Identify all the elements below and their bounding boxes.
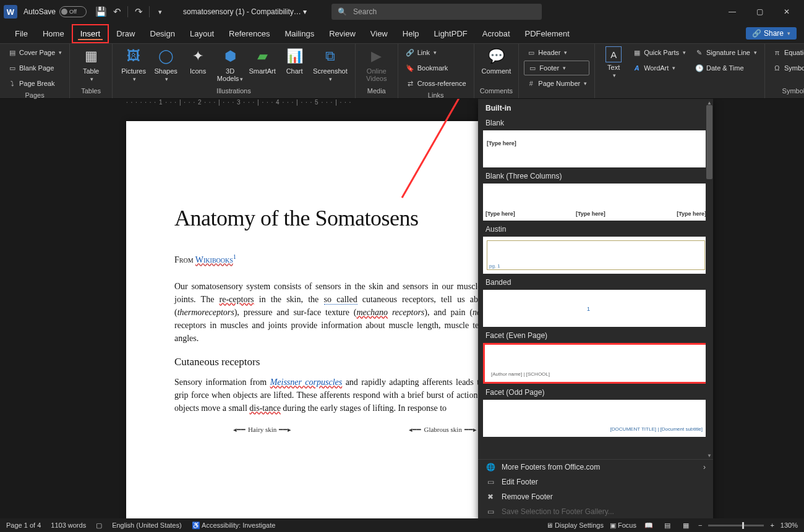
wikibooks-link[interactable]: Wikibooks [195, 255, 233, 264]
tab-lightpdf[interactable]: LightPDF [427, 25, 475, 42]
qat-more-icon[interactable]: ▾ [152, 4, 168, 20]
print-layout-icon[interactable]: ▤ [661, 521, 674, 530]
tab-references[interactable]: References [221, 25, 277, 42]
text-box-button[interactable]: AText▾ [600, 45, 627, 80]
cover-page-button[interactable]: ▤Cover Page▾ [5, 45, 64, 60]
group-comments: 💬Comment Comments [474, 44, 520, 98]
tab-review[interactable]: Review [322, 25, 363, 42]
globe-icon: 🌐 [485, 463, 495, 471]
footer-option-facet-even[interactable]: [Author name] | [SCHOOL] [483, 343, 709, 384]
share-button[interactable]: 🔗 Share ▾ [746, 27, 797, 40]
autosave-toggle[interactable]: Off [59, 6, 87, 17]
zoom-level[interactable]: 130% [780, 521, 798, 529]
edit-icon: ▭ [485, 478, 495, 486]
comment-icon: 💬 [488, 46, 505, 66]
status-spellcheck-icon[interactable]: ▢ [96, 521, 102, 530]
save-footer-button: ▭Save Selection to Footer Gallery... [478, 504, 713, 518]
remove-footer-button[interactable]: ✖Remove Footer [478, 489, 713, 504]
gallery-item-label: Banded [483, 275, 709, 290]
undo-icon[interactable]: ↶ [109, 4, 125, 20]
signature-line-button[interactable]: ✎Signature Line▾ [692, 45, 759, 60]
group-header-footer: ▭Header▾ ▭Footer▾ #Page Number▾ [519, 44, 594, 98]
video-icon: ▶ [371, 46, 382, 66]
title-bar: W AutoSave Off 💾 ↶ ↷ ▾ somatosensory (1)… [0, 0, 804, 23]
tab-home[interactable]: Home [35, 25, 72, 42]
tab-draw[interactable]: Draw [109, 25, 142, 42]
tab-design[interactable]: Design [143, 25, 182, 42]
zoom-in-button[interactable]: + [770, 521, 774, 529]
focus-mode-button[interactable]: ▣ Focus [610, 521, 636, 530]
read-mode-icon[interactable]: 📖 [643, 521, 655, 530]
vertical-ruler[interactable] [0, 99, 15, 518]
group-links: 🔗Link▾ 🔖Bookmark ⇄Cross-reference Links [398, 44, 474, 98]
smartart-button[interactable]: ▰SmartArt [246, 45, 278, 76]
link-button[interactable]: 🔗Link▾ [403, 45, 469, 60]
page-number-button[interactable]: #Page Number▾ [524, 76, 589, 91]
edit-footer-button[interactable]: ▭Edit Footer [478, 475, 713, 489]
tab-file[interactable]: File [7, 25, 35, 42]
online-videos-button[interactable]: ▶Online Videos [361, 45, 393, 83]
tab-acrobat[interactable]: Acrobat [475, 25, 518, 42]
group-tables: ▦Table▾ Tables [70, 44, 113, 98]
smartart-icon: ▰ [257, 46, 268, 66]
chart-button[interactable]: 📊Chart [278, 45, 310, 76]
page-break-button[interactable]: ⤵Page Break [5, 76, 64, 91]
status-words[interactable]: 1103 words [51, 521, 86, 529]
search-input[interactable]: 🔍 Search [331, 4, 542, 20]
zoom-out-button[interactable]: − [698, 521, 702, 529]
cross-reference-button[interactable]: ⇄Cross-reference [403, 76, 469, 91]
symbol-button[interactable]: ΩSymbol▾ [770, 61, 804, 75]
footer-option-three-columns[interactable]: [Type here] [Type here] [Type here] [483, 184, 709, 221]
tab-layout[interactable]: Layout [182, 25, 221, 42]
tab-view[interactable]: View [363, 25, 395, 42]
minimize-button[interactable]: — [719, 0, 746, 23]
status-page[interactable]: Page 1 of 4 [6, 521, 41, 529]
group-media: ▶Online Videos Media [356, 44, 398, 98]
status-accessibility[interactable]: ♿ Accessibility: Investigate [192, 521, 276, 530]
table-button[interactable]: ▦Table▾ [75, 45, 107, 84]
blank-page-button[interactable]: ▭Blank Page [5, 61, 64, 75]
status-language[interactable]: English (United States) [112, 521, 182, 529]
display-settings-button[interactable]: 🖥 Display Settings [546, 521, 604, 529]
pictures-button[interactable]: 🖼Pictures▾ [118, 45, 150, 84]
maximize-button[interactable]: ▢ [746, 0, 773, 23]
gallery-scrollbar[interactable]: ▲ ▼ [706, 99, 713, 459]
document-title[interactable]: somatosensory (1) - Compatibility… ▾ [183, 7, 307, 16]
textbox-icon: A [605, 46, 622, 62]
tab-pdfelement[interactable]: PDFelement [518, 25, 577, 42]
header-button[interactable]: ▭Header▾ [524, 45, 589, 60]
quick-parts-button[interactable]: ▦Quick Parts▾ [630, 45, 688, 60]
gallery-section-label: Built-in [483, 101, 709, 116]
footer-option-banded[interactable]: 1 [483, 290, 709, 327]
footer-option-facet-odd[interactable]: [DOCUMENT TITLE] | [Document subtitle] [483, 400, 709, 437]
gallery-menu: 🌐More Footers from Office.com› ▭Edit Foo… [478, 459, 713, 518]
3d-models-button[interactable]: ⬢3D Models▾ [214, 45, 246, 84]
redo-icon[interactable]: ↷ [130, 4, 147, 20]
wordart-button[interactable]: AWordArt▾ [630, 61, 688, 75]
zoom-slider[interactable] [708, 525, 764, 526]
app-icon: W [4, 5, 17, 19]
date-time-button[interactable]: 🕒Date & Time [692, 61, 759, 75]
tab-help[interactable]: Help [395, 25, 427, 42]
web-layout-icon[interactable]: ▦ [680, 521, 692, 530]
close-button[interactable]: ✕ [773, 0, 800, 23]
footer-option-blank[interactable]: [Type here] [483, 130, 709, 167]
screenshot-button[interactable]: ⧉Screenshot▾ [310, 45, 350, 84]
shapes-button[interactable]: ◯Shapes▾ [150, 45, 182, 84]
footer-button[interactable]: ▭Footer▾ [524, 61, 589, 75]
bookmark-button[interactable]: 🔖Bookmark [403, 61, 469, 75]
table-icon: ▦ [85, 46, 98, 66]
icons-button[interactable]: ✦Icons [182, 45, 214, 76]
gallery-item-label: Blank (Three Columns) [483, 169, 709, 184]
more-footers-button[interactable]: 🌐More Footers from Office.com› [478, 460, 713, 475]
ribbon: ▤Cover Page▾ ▭Blank Page ⤵Page Break Pag… [0, 43, 804, 99]
equation-button[interactable]: πEquation▾ [770, 45, 804, 60]
tab-mailings[interactable]: Mailings [278, 25, 322, 42]
autosave-label: AutoSave [24, 7, 56, 16]
save-icon[interactable]: 💾 [93, 4, 109, 20]
cube-icon: ⬢ [225, 46, 236, 66]
footer-option-austin[interactable]: pg. 1 [483, 237, 709, 274]
tab-insert[interactable]: Insert [72, 24, 109, 43]
comment-button[interactable]: 💬Comment [479, 45, 514, 76]
gallery-item-label: Facet (Even Page) [483, 328, 709, 343]
